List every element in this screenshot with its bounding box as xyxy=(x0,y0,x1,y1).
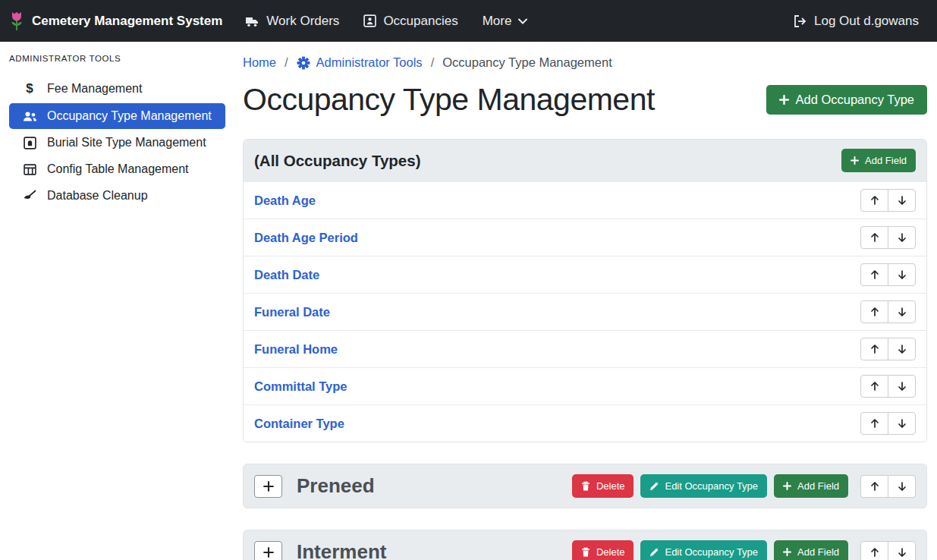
arrow-down-icon xyxy=(897,195,907,206)
move-down-button[interactable] xyxy=(888,475,916,498)
main-content: Home / xyxy=(234,42,937,560)
field-row: Container Type xyxy=(244,404,926,442)
move-down-button[interactable] xyxy=(888,263,916,286)
burial-site-icon xyxy=(21,137,38,149)
field-link[interactable]: Committal Type xyxy=(254,379,347,394)
move-up-button[interactable] xyxy=(860,300,888,323)
sidebar-item-occupancy-type-management[interactable]: Occupancy Type Management xyxy=(9,103,225,129)
top-navbar: Cemetery Management System Work Orders xyxy=(0,0,937,42)
chevron-down-icon xyxy=(518,18,527,24)
move-up-button[interactable] xyxy=(860,475,888,498)
page-title: Occupancy Type Management xyxy=(243,82,655,118)
breadcrumb-admin-tools[interactable]: Administrator Tools xyxy=(297,55,423,70)
occupancy-type-section-preneed: Preneed Delete Edit Occupancy Type Add F… xyxy=(243,464,927,508)
breadcrumb-separator: / xyxy=(285,55,288,70)
add-field-button[interactable]: Add Field xyxy=(774,540,848,560)
add-occupancy-type-button[interactable]: Add Occupancy Type xyxy=(766,85,927,115)
move-up-button[interactable] xyxy=(860,226,888,249)
logout-link[interactable]: Log Out d.gowans xyxy=(794,14,919,29)
sidebar-item-database-cleanup[interactable]: Database Cleanup xyxy=(9,183,225,209)
arrow-down-icon xyxy=(897,232,907,243)
move-down-button[interactable] xyxy=(888,189,916,212)
pencil-icon xyxy=(649,548,659,557)
field-link[interactable]: Funeral Date xyxy=(254,305,330,319)
move-down-button[interactable] xyxy=(888,300,916,323)
move-down-button[interactable] xyxy=(888,541,916,560)
arrow-down-icon xyxy=(897,481,907,492)
move-up-button[interactable] xyxy=(860,412,888,435)
reorder-group xyxy=(860,300,916,323)
all-occupancy-types-card: (All Occupancy Types) Add Field Death Ag… xyxy=(243,139,927,442)
reorder-group xyxy=(860,375,916,398)
dollar-icon: $ xyxy=(21,81,38,96)
plus-icon xyxy=(779,95,789,105)
nav-work-orders[interactable]: Work Orders xyxy=(245,14,339,29)
move-down-button[interactable] xyxy=(888,412,916,435)
field-row: Committal Type xyxy=(244,367,926,404)
field-link[interactable]: Death Age Period xyxy=(254,231,358,245)
add-field-button[interactable]: Add Field xyxy=(841,149,916,172)
brand-link[interactable]: Cemetery Management System xyxy=(9,11,222,31)
arrow-up-icon xyxy=(869,307,880,317)
delete-button[interactable]: Delete xyxy=(572,474,634,498)
arrow-down-icon xyxy=(897,269,907,280)
sidebar-item-config-table-management[interactable]: Config Table Management xyxy=(9,156,225,182)
field-row: Death Age Period xyxy=(244,219,926,256)
arrow-up-icon xyxy=(869,381,880,392)
edit-occupancy-type-button[interactable]: Edit Occupancy Type xyxy=(640,474,767,498)
field-link[interactable]: Container Type xyxy=(254,417,344,431)
field-row: Death Date xyxy=(244,256,926,293)
pencil-icon xyxy=(649,482,659,491)
users-icon xyxy=(21,111,38,122)
breadcrumb-home[interactable]: Home xyxy=(243,55,276,70)
arrow-down-icon xyxy=(897,307,907,317)
arrow-up-icon xyxy=(869,269,880,280)
add-field-button[interactable]: Add Field xyxy=(774,474,848,498)
sidebar-heading: Administrator Tools xyxy=(9,54,225,63)
move-up-button[interactable] xyxy=(860,338,888,360)
move-up-button[interactable] xyxy=(860,375,888,398)
arrow-down-icon xyxy=(897,344,907,354)
reorder-group xyxy=(860,189,916,212)
all-occupancy-types-header: (All Occupancy Types) Add Field xyxy=(244,140,926,181)
field-row: Funeral Date xyxy=(244,293,926,330)
arrow-up-icon xyxy=(869,195,880,206)
flower-logo-icon xyxy=(9,11,24,31)
arrow-up-icon xyxy=(869,344,880,354)
card-title: (All Occupancy Types) xyxy=(254,152,420,170)
move-down-button[interactable] xyxy=(888,375,916,398)
reorder-group xyxy=(860,412,916,435)
field-link[interactable]: Death Age xyxy=(254,193,316,208)
plus-icon xyxy=(263,547,274,558)
arrow-up-icon xyxy=(869,232,880,243)
field-link[interactable]: Death Date xyxy=(254,268,319,282)
nav-more[interactable]: More xyxy=(483,14,528,29)
occupancy-type-section-interment: Interment Delete Edit Occupancy Type Add… xyxy=(243,530,927,560)
field-row: Death Age xyxy=(244,181,926,219)
reorder-group xyxy=(860,475,916,498)
arrow-up-icon xyxy=(869,481,880,492)
reorder-group xyxy=(860,338,916,360)
gear-icon xyxy=(297,56,310,70)
logout-icon xyxy=(794,15,807,27)
nav-occupancies[interactable]: Occupancies xyxy=(363,14,457,29)
arrow-down-icon xyxy=(897,381,907,392)
expand-section-button[interactable] xyxy=(254,541,282,560)
sidebar-item-burial-site-type-management[interactable]: Burial Site Type Management xyxy=(9,130,225,156)
move-down-button[interactable] xyxy=(888,338,916,360)
field-link[interactable]: Funeral Home xyxy=(254,342,338,357)
table-icon xyxy=(21,164,38,175)
delete-button[interactable]: Delete xyxy=(572,540,634,560)
section-actions: Delete Edit Occupancy Type Add Field xyxy=(572,474,916,498)
work-orders-icon xyxy=(245,15,259,27)
move-up-button[interactable] xyxy=(860,541,888,560)
sidebar-item-fee-management[interactable]: $ Fee Management xyxy=(9,75,225,102)
edit-occupancy-type-button[interactable]: Edit Occupancy Type xyxy=(640,540,767,560)
move-down-button[interactable] xyxy=(888,226,916,249)
section-title: Preneed xyxy=(297,474,375,498)
move-up-button[interactable] xyxy=(860,189,888,212)
broom-icon xyxy=(21,190,38,202)
breadcrumb: Home / xyxy=(243,55,927,70)
move-up-button[interactable] xyxy=(860,263,888,286)
expand-section-button[interactable] xyxy=(254,475,282,498)
